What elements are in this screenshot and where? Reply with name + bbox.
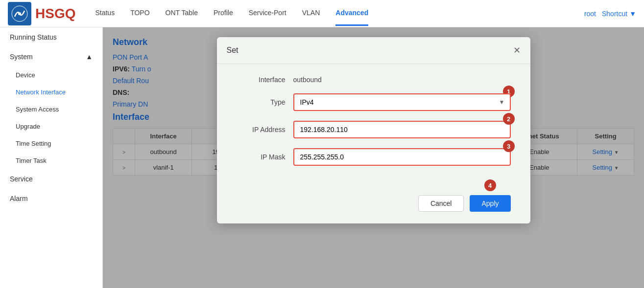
type-select-wrap: IPv4 IPv6 ▼ [293,93,511,111]
sidebar-item-service[interactable]: Service [0,169,102,189]
main-layout: Running Status System ▲ Device Network I… [0,27,644,288]
close-icon[interactable]: ✕ [513,45,521,56]
sidebar-group-system[interactable]: System ▲ [0,47,102,66]
sidebar-item-running-status[interactable]: Running Status [0,27,102,47]
modal-body: Interface outbound 1 Type IPv4 IPv6 ▼ [217,64,530,187]
logo-text: HSGQ [35,6,75,22]
set-modal: ForelSP Set ✕ Interface outbound 1 Type [217,37,530,223]
ip-mask-label: IP Mask [237,153,286,161]
sidebar-item-device[interactable]: Device [0,66,102,84]
apply-button[interactable]: Apply [470,195,510,212]
interface-value: outbound [293,76,322,84]
type-field: 1 Type IPv4 IPv6 ▼ [237,93,511,111]
interface-field: Interface outbound [237,76,511,84]
nav-topo[interactable]: TOPO [130,1,149,26]
nav-profile[interactable]: Profile [214,1,233,26]
nav-status[interactable]: Status [95,1,115,26]
nav-vlan[interactable]: VLAN [302,1,320,26]
sidebar: Running Status System ▲ Device Network I… [0,27,103,288]
top-navigation: HSGQ Status TOPO ONT Table Profile Servi… [0,0,644,27]
chevron-down-icon: ▼ [629,10,636,18]
nav-ont-table[interactable]: ONT Table [166,1,198,26]
svg-point-1 [18,12,21,15]
chevron-up-icon: ▲ [86,53,93,61]
modal-header: Set ✕ [217,37,530,64]
nav-advanced[interactable]: Advanced [335,1,368,26]
sidebar-item-alarm[interactable]: Alarm [0,189,102,208]
cancel-button[interactable]: Cancel [418,195,464,212]
modal-overlay: ForelSP Set ✕ Interface outbound 1 Type [103,27,644,288]
sidebar-item-upgrade[interactable]: Upgrade [0,118,102,135]
content-area: Network PON Port A IPV6: Turn o Default … [103,27,644,288]
sidebar-item-timer-task[interactable]: Timer Task [0,152,102,169]
nav-right: root Shortcut ▼ [584,10,636,18]
nav-user: root [584,10,596,18]
modal-title: Set [227,46,239,55]
step-badge-3: 3 [503,140,515,152]
ip-address-field: 2 IP Address [237,121,511,138]
modal-footer: 4 Cancel Apply [217,187,530,223]
interface-label: Interface [237,76,286,84]
sidebar-item-time-setting[interactable]: Time Setting [0,135,102,152]
logo-area: HSGQ [8,2,75,25]
logo-icon [8,2,31,25]
step-badge-4: 4 [484,179,496,191]
nav-service-port[interactable]: Service-Port [249,1,286,26]
type-label: Type [237,98,286,106]
ip-address-input[interactable] [293,121,511,138]
ip-mask-field: 3 IP Mask [237,148,511,166]
ip-mask-input[interactable] [293,148,511,166]
type-select[interactable]: IPv4 IPv6 [293,93,511,111]
nav-links: Status TOPO ONT Table Profile Service-Po… [95,1,584,26]
step-badge-2: 2 [503,113,515,125]
sidebar-item-network-interface[interactable]: Network Interface [0,84,102,101]
sidebar-item-system-access[interactable]: System Access [0,101,102,118]
ip-address-label: IP Address [237,126,286,133]
nav-shortcut[interactable]: Shortcut ▼ [602,10,636,18]
